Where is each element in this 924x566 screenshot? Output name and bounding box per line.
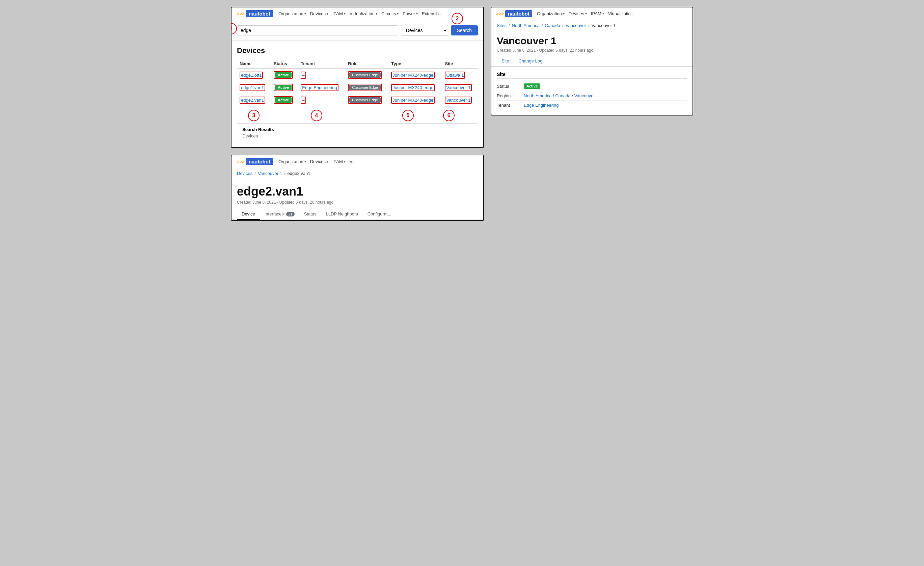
nav-organization[interactable]: Organization ▾ (278, 11, 306, 16)
status-badge: Active (275, 85, 292, 90)
brand-name[interactable]: nautobot (505, 10, 532, 17)
search-button[interactable]: Search (451, 25, 478, 35)
brand-name[interactable]: nautobot (246, 10, 273, 17)
right-page-meta: Created June 8, 2021 · Updated 5 days, 2… (491, 48, 693, 56)
type-link[interactable]: Juniper MX240-edge (393, 85, 434, 90)
status-badge: Active (275, 72, 292, 78)
tab-device[interactable]: Device (237, 209, 260, 220)
type-link[interactable]: Juniper MX240-edge (393, 98, 434, 103)
tab-interfaces[interactable]: Interfaces 21 (260, 209, 299, 220)
breadcrumb-sites[interactable]: Sites (497, 23, 507, 28)
type-link[interactable]: Juniper MX240-edge (393, 72, 434, 78)
table-row: edge2.van1 Active – Customer Edge (237, 94, 478, 106)
detail-label-status: Status (497, 84, 524, 89)
annotations-row: 3 4 5 6 (237, 106, 478, 123)
status-badge: Active (524, 83, 540, 89)
nav-devices[interactable]: Devices ▾ (568, 11, 587, 16)
breadcrumb-devices[interactable]: Devices (237, 171, 252, 176)
search-results-devices[interactable]: Devices (242, 133, 472, 138)
chevron-down-icon: ▾ (585, 12, 587, 15)
bottom-left-navbar: >>> nautobot Organization ▾ Devices ▾ IP… (231, 155, 483, 168)
right-tab-change-log[interactable]: Change Log (514, 56, 547, 67)
devices-table: Name Status Tenant Role Type Site edge (237, 59, 478, 106)
nav-power[interactable]: Power ▾ (403, 11, 418, 16)
search-input[interactable] (237, 25, 398, 35)
detail-section-title: Site (497, 72, 687, 79)
search-category-select[interactable]: Devices Sites Interfaces IP Addresses (401, 25, 448, 36)
nav-v[interactable]: V... (350, 159, 356, 164)
chevron-down-icon: ▾ (344, 160, 346, 163)
detail-value-tenant: Edge Engineering (524, 103, 687, 108)
nav-organization[interactable]: Organization ▾ (278, 159, 306, 164)
col-header-status: Status (271, 59, 298, 69)
col-header-type: Type (388, 59, 442, 69)
nav-devices[interactable]: Devices ▾ (310, 159, 328, 164)
vancouver1-panel: >>> nautobot Organization ▾ Devices ▾ IP… (490, 7, 693, 116)
tab-status[interactable]: Status (299, 209, 321, 220)
tenant-dash: – (302, 98, 304, 103)
col-header-name: Name (237, 59, 271, 69)
page-meta: Created June 8, 2021 · Updated 5 days, 2… (231, 200, 483, 209)
brand: >>> nautobot (496, 10, 532, 17)
annotation-5: 5 (402, 110, 414, 121)
device-link-edge1van1[interactable]: edge1.van1 (241, 85, 264, 90)
nav-organization[interactable]: Organization ▾ (537, 11, 565, 16)
breadcrumb-vancouver1[interactable]: Vancouver 1 (258, 171, 282, 176)
brand: >>> nautobot (237, 158, 273, 165)
device-link-edge1ott1[interactable]: edge1.ott1 (241, 72, 261, 78)
search-bar: 1 Devices Sites Interfaces IP Addresses … (231, 20, 483, 41)
site-link-vancouver1[interactable]: Vancouver 1 (446, 85, 470, 90)
tenant-link[interactable]: Edge Engineering (302, 85, 337, 90)
brand-arrows-icon: >>> (237, 11, 244, 16)
detail-row-tenant: Tenant Edge Engineering (497, 101, 687, 110)
site-link-vancouver1-2[interactable]: Vancouver 1 (446, 98, 470, 103)
tab-configuration[interactable]: Configurat... (363, 209, 396, 220)
breadcrumb-sep: / (542, 23, 543, 28)
table-row: edge1.van1 Active Edge Engineering Custo… (237, 81, 478, 94)
table-wrapper: Name Status Tenant Role Type Site edge (237, 59, 478, 123)
region-link-canada[interactable]: Canada (555, 93, 571, 98)
region-link-vancouver[interactable]: Vancouver (574, 93, 595, 98)
chevron-down-icon: ▾ (304, 160, 306, 163)
nav-extensib[interactable]: Extensib... (422, 11, 442, 16)
nav-virtualization[interactable]: Virtualizatio... (608, 11, 634, 16)
nav-ipam[interactable]: IPAM ▾ (332, 159, 346, 164)
brand-arrows-icon: >>> (496, 11, 504, 16)
breadcrumb-north-america[interactable]: North America (512, 23, 540, 28)
breadcrumb-current: Vancouver 1 (592, 23, 616, 28)
page-heading: edge2.van1 (231, 179, 483, 200)
region-link-north-america[interactable]: North America (524, 93, 551, 98)
nav-virtualization[interactable]: Virtualization ▾ (350, 11, 377, 16)
tenant-link[interactable]: Edge Engineering (524, 103, 558, 108)
nav-items: Organization ▾ Devices ▾ IPAM ▾ Virtuali… (278, 11, 442, 16)
nav-devices[interactable]: Devices ▾ (310, 11, 328, 16)
breadcrumb-sep: / (255, 171, 256, 176)
annotation-6: 6 (443, 110, 454, 121)
chevron-down-icon: ▾ (563, 12, 565, 15)
annotation-1: 1 (231, 23, 237, 35)
detail-section: Site Status Active Region North America … (491, 67, 693, 115)
nav-circuits[interactable]: Circuits ▾ (381, 11, 399, 16)
breadcrumb-canada[interactable]: Canada (545, 23, 561, 28)
detail-row-region: Region North America / Canada / Vancouve… (497, 91, 687, 101)
nav-ipam[interactable]: IPAM ▾ (332, 11, 346, 16)
nav-items: Organization ▾ Devices ▾ IPAM ▾ Virtuali… (537, 11, 634, 16)
tab-lldp[interactable]: LLDP Neighbors (321, 209, 363, 220)
site-link-ottawa1[interactable]: Ottawa 1 (446, 72, 464, 78)
detail-row-status: Status Active (497, 81, 687, 91)
chevron-down-icon: ▾ (304, 12, 306, 15)
detail-value-status: Active (524, 83, 687, 89)
brand-arrows-icon: >>> (237, 159, 244, 164)
breadcrumb-vancouver[interactable]: Vancouver (566, 23, 586, 28)
chevron-down-icon: ▾ (344, 12, 346, 15)
breadcrumb-sep: / (284, 171, 285, 176)
annotation-2: 2 (452, 13, 463, 24)
col-header-tenant: Tenant (298, 59, 345, 69)
breadcrumb: Devices / Vancouver 1 / edge2.van1 (231, 168, 483, 179)
device-link-edge2van1[interactable]: edge2.van1 (241, 98, 264, 103)
right-tab-site[interactable]: Site (497, 56, 514, 67)
brand-name[interactable]: nautobot (246, 158, 273, 165)
nav-ipam[interactable]: IPAM ▾ (591, 11, 604, 16)
role-badge: Customer Edge (349, 72, 380, 78)
search-results-panel: >>> nautobot Organization ▾ Devices ▾ IP… (231, 7, 484, 148)
